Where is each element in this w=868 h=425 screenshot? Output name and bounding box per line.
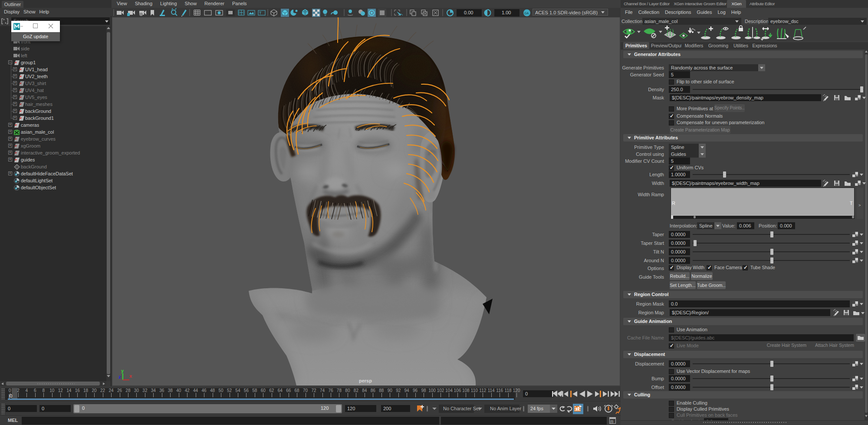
svg-text:GA: GA (524, 12, 529, 15)
svg-text:{i}: {i} (610, 419, 613, 423)
svg-text:No Character Set: No Character Set (443, 406, 480, 411)
svg-text:x: x (129, 373, 132, 379)
svg-text:T: T (259, 11, 262, 15)
svg-text:24 fps: 24 fps (530, 406, 543, 411)
svg-text:0.00: 0.00 (464, 10, 473, 15)
svg-text:No Anim Layer: No Anim Layer (490, 406, 521, 411)
svg-text:z: z (118, 374, 121, 379)
svg-text:1.00: 1.00 (502, 10, 511, 15)
svg-text:y: y (121, 368, 124, 373)
